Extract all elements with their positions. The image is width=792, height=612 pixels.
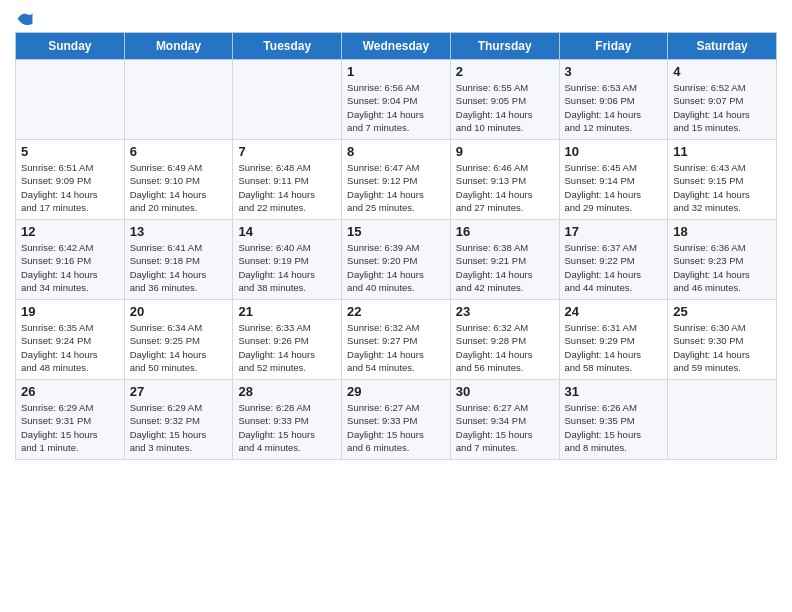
- calendar-cell: 22Sunrise: 6:32 AM Sunset: 9:27 PM Dayli…: [342, 300, 451, 380]
- day-number: 5: [21, 144, 119, 159]
- calendar-header-row: SundayMondayTuesdayWednesdayThursdayFrid…: [16, 33, 777, 60]
- calendar-cell: [668, 380, 777, 460]
- calendar-cell: 2Sunrise: 6:55 AM Sunset: 9:05 PM Daylig…: [450, 60, 559, 140]
- day-number: 13: [130, 224, 228, 239]
- day-number: 4: [673, 64, 771, 79]
- day-header-friday: Friday: [559, 33, 668, 60]
- day-number: 6: [130, 144, 228, 159]
- day-number: 17: [565, 224, 663, 239]
- day-header-saturday: Saturday: [668, 33, 777, 60]
- day-number: 14: [238, 224, 336, 239]
- day-number: 30: [456, 384, 554, 399]
- day-info: Sunrise: 6:28 AM Sunset: 9:33 PM Dayligh…: [238, 401, 336, 454]
- day-info: Sunrise: 6:38 AM Sunset: 9:21 PM Dayligh…: [456, 241, 554, 294]
- calendar-cell: 5Sunrise: 6:51 AM Sunset: 9:09 PM Daylig…: [16, 140, 125, 220]
- day-number: 12: [21, 224, 119, 239]
- day-info: Sunrise: 6:29 AM Sunset: 9:31 PM Dayligh…: [21, 401, 119, 454]
- calendar-cell: [16, 60, 125, 140]
- day-number: 11: [673, 144, 771, 159]
- day-number: 15: [347, 224, 445, 239]
- day-header-thursday: Thursday: [450, 33, 559, 60]
- day-info: Sunrise: 6:47 AM Sunset: 9:12 PM Dayligh…: [347, 161, 445, 214]
- calendar-cell: 6Sunrise: 6:49 AM Sunset: 9:10 PM Daylig…: [124, 140, 233, 220]
- day-info: Sunrise: 6:49 AM Sunset: 9:10 PM Dayligh…: [130, 161, 228, 214]
- calendar-week-row: 19Sunrise: 6:35 AM Sunset: 9:24 PM Dayli…: [16, 300, 777, 380]
- calendar-cell: 14Sunrise: 6:40 AM Sunset: 9:19 PM Dayli…: [233, 220, 342, 300]
- day-number: 20: [130, 304, 228, 319]
- day-info: Sunrise: 6:27 AM Sunset: 9:34 PM Dayligh…: [456, 401, 554, 454]
- day-info: Sunrise: 6:42 AM Sunset: 9:16 PM Dayligh…: [21, 241, 119, 294]
- day-number: 31: [565, 384, 663, 399]
- calendar-cell: 10Sunrise: 6:45 AM Sunset: 9:14 PM Dayli…: [559, 140, 668, 220]
- logo-icon: [16, 10, 34, 28]
- day-info: Sunrise: 6:41 AM Sunset: 9:18 PM Dayligh…: [130, 241, 228, 294]
- day-number: 7: [238, 144, 336, 159]
- day-number: 21: [238, 304, 336, 319]
- day-header-wednesday: Wednesday: [342, 33, 451, 60]
- day-header-sunday: Sunday: [16, 33, 125, 60]
- day-number: 25: [673, 304, 771, 319]
- day-info: Sunrise: 6:46 AM Sunset: 9:13 PM Dayligh…: [456, 161, 554, 214]
- day-info: Sunrise: 6:45 AM Sunset: 9:14 PM Dayligh…: [565, 161, 663, 214]
- calendar-cell: 12Sunrise: 6:42 AM Sunset: 9:16 PM Dayli…: [16, 220, 125, 300]
- calendar-cell: [124, 60, 233, 140]
- calendar-cell: 17Sunrise: 6:37 AM Sunset: 9:22 PM Dayli…: [559, 220, 668, 300]
- calendar-cell: 25Sunrise: 6:30 AM Sunset: 9:30 PM Dayli…: [668, 300, 777, 380]
- calendar-week-row: 5Sunrise: 6:51 AM Sunset: 9:09 PM Daylig…: [16, 140, 777, 220]
- calendar-cell: 26Sunrise: 6:29 AM Sunset: 9:31 PM Dayli…: [16, 380, 125, 460]
- day-header-monday: Monday: [124, 33, 233, 60]
- day-number: 10: [565, 144, 663, 159]
- day-info: Sunrise: 6:35 AM Sunset: 9:24 PM Dayligh…: [21, 321, 119, 374]
- calendar-cell: 30Sunrise: 6:27 AM Sunset: 9:34 PM Dayli…: [450, 380, 559, 460]
- day-info: Sunrise: 6:34 AM Sunset: 9:25 PM Dayligh…: [130, 321, 228, 374]
- calendar-cell: 27Sunrise: 6:29 AM Sunset: 9:32 PM Dayli…: [124, 380, 233, 460]
- calendar-week-row: 26Sunrise: 6:29 AM Sunset: 9:31 PM Dayli…: [16, 380, 777, 460]
- calendar-cell: 31Sunrise: 6:26 AM Sunset: 9:35 PM Dayli…: [559, 380, 668, 460]
- calendar-cell: 16Sunrise: 6:38 AM Sunset: 9:21 PM Dayli…: [450, 220, 559, 300]
- day-number: 23: [456, 304, 554, 319]
- calendar-cell: 4Sunrise: 6:52 AM Sunset: 9:07 PM Daylig…: [668, 60, 777, 140]
- day-number: 16: [456, 224, 554, 239]
- day-info: Sunrise: 6:39 AM Sunset: 9:20 PM Dayligh…: [347, 241, 445, 294]
- calendar-cell: 23Sunrise: 6:32 AM Sunset: 9:28 PM Dayli…: [450, 300, 559, 380]
- day-number: 24: [565, 304, 663, 319]
- calendar-cell: 21Sunrise: 6:33 AM Sunset: 9:26 PM Dayli…: [233, 300, 342, 380]
- day-number: 26: [21, 384, 119, 399]
- day-number: 27: [130, 384, 228, 399]
- day-info: Sunrise: 6:53 AM Sunset: 9:06 PM Dayligh…: [565, 81, 663, 134]
- calendar-cell: [233, 60, 342, 140]
- day-info: Sunrise: 6:36 AM Sunset: 9:23 PM Dayligh…: [673, 241, 771, 294]
- day-info: Sunrise: 6:32 AM Sunset: 9:27 PM Dayligh…: [347, 321, 445, 374]
- calendar-cell: 28Sunrise: 6:28 AM Sunset: 9:33 PM Dayli…: [233, 380, 342, 460]
- day-info: Sunrise: 6:31 AM Sunset: 9:29 PM Dayligh…: [565, 321, 663, 374]
- calendar-cell: 11Sunrise: 6:43 AM Sunset: 9:15 PM Dayli…: [668, 140, 777, 220]
- calendar-cell: 1Sunrise: 6:56 AM Sunset: 9:04 PM Daylig…: [342, 60, 451, 140]
- day-info: Sunrise: 6:55 AM Sunset: 9:05 PM Dayligh…: [456, 81, 554, 134]
- calendar-cell: 19Sunrise: 6:35 AM Sunset: 9:24 PM Dayli…: [16, 300, 125, 380]
- calendar-cell: 20Sunrise: 6:34 AM Sunset: 9:25 PM Dayli…: [124, 300, 233, 380]
- calendar-cell: 24Sunrise: 6:31 AM Sunset: 9:29 PM Dayli…: [559, 300, 668, 380]
- day-number: 22: [347, 304, 445, 319]
- day-info: Sunrise: 6:51 AM Sunset: 9:09 PM Dayligh…: [21, 161, 119, 214]
- calendar-cell: 7Sunrise: 6:48 AM Sunset: 9:11 PM Daylig…: [233, 140, 342, 220]
- logo: [15, 10, 34, 22]
- day-number: 2: [456, 64, 554, 79]
- day-info: Sunrise: 6:48 AM Sunset: 9:11 PM Dayligh…: [238, 161, 336, 214]
- day-info: Sunrise: 6:43 AM Sunset: 9:15 PM Dayligh…: [673, 161, 771, 214]
- day-number: 9: [456, 144, 554, 159]
- day-info: Sunrise: 6:52 AM Sunset: 9:07 PM Dayligh…: [673, 81, 771, 134]
- calendar-table: SundayMondayTuesdayWednesdayThursdayFrid…: [15, 32, 777, 460]
- day-info: Sunrise: 6:29 AM Sunset: 9:32 PM Dayligh…: [130, 401, 228, 454]
- day-number: 3: [565, 64, 663, 79]
- day-info: Sunrise: 6:26 AM Sunset: 9:35 PM Dayligh…: [565, 401, 663, 454]
- calendar-week-row: 12Sunrise: 6:42 AM Sunset: 9:16 PM Dayli…: [16, 220, 777, 300]
- day-info: Sunrise: 6:27 AM Sunset: 9:33 PM Dayligh…: [347, 401, 445, 454]
- calendar-cell: 18Sunrise: 6:36 AM Sunset: 9:23 PM Dayli…: [668, 220, 777, 300]
- calendar-cell: 29Sunrise: 6:27 AM Sunset: 9:33 PM Dayli…: [342, 380, 451, 460]
- day-number: 18: [673, 224, 771, 239]
- day-number: 1: [347, 64, 445, 79]
- calendar-cell: 8Sunrise: 6:47 AM Sunset: 9:12 PM Daylig…: [342, 140, 451, 220]
- day-header-tuesday: Tuesday: [233, 33, 342, 60]
- calendar-cell: 3Sunrise: 6:53 AM Sunset: 9:06 PM Daylig…: [559, 60, 668, 140]
- day-number: 8: [347, 144, 445, 159]
